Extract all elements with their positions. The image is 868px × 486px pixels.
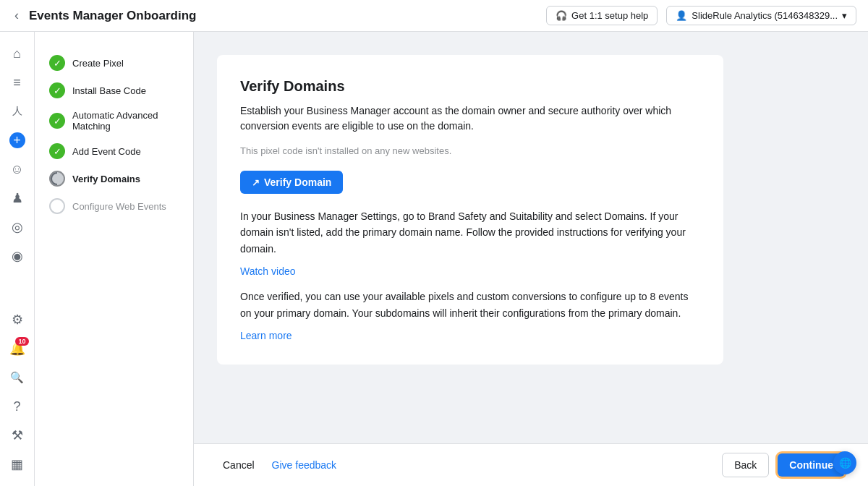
instructions-text: In your Business Manager Settings, go to… (240, 208, 700, 257)
content-footer: Cancel Give feedback Back Continue (194, 443, 868, 486)
step-label-install-base-code: Install Base Code (72, 85, 146, 96)
tools-icon: ⚒ (12, 427, 23, 443)
nav-help[interactable]: ? (4, 393, 30, 419)
nav-tools[interactable]: ⚒ (4, 422, 30, 448)
checkmark-icon: ✓ (54, 85, 61, 96)
step-verify-domains[interactable]: Verify Domains (46, 165, 182, 192)
settings-icon: ⚙ (12, 312, 23, 328)
back-icon: ‹ (14, 8, 19, 23)
watch-video-link[interactable]: Watch video (240, 265, 700, 277)
back-button[interactable]: ‹ (12, 5, 22, 26)
account-button[interactable]: 👤 SlideRule Analytics (5146348329... ▾ (666, 6, 856, 25)
step-icon-configure-web-events (49, 198, 65, 214)
help-label: Get 1:1 setup help (571, 10, 648, 21)
step-icon-verify-domains (49, 171, 65, 187)
checkmark-icon: ✓ (54, 116, 61, 127)
account-label: SlideRule Analytics (5146348329... (692, 10, 838, 21)
people-icon: 人 (12, 105, 22, 118)
header-right: 🎧 Get 1:1 setup help 👤 SlideRule Analyti… (546, 6, 856, 25)
step-label-verify-domains: Verify Domains (72, 174, 140, 184)
nav-home[interactable]: ⌂ (4, 40, 30, 67)
step-label-automatic-advanced-matching: Automatic Advanced Matching (72, 110, 179, 132)
step-icon-automatic-advanced-matching: ✓ (49, 113, 65, 129)
step-install-base-code[interactable]: ✓ Install Base Code (46, 77, 182, 104)
verify-title: Verify Domains (240, 78, 700, 95)
main-content: Verify Domains Establish your Business M… (194, 32, 868, 486)
menu-icon: ≡ (13, 75, 21, 90)
nav-notifications[interactable]: 🔔 10 (4, 336, 30, 362)
footer-right: Back Continue (722, 453, 845, 477)
step-icon-install-base-code: ✓ (49, 82, 65, 98)
step-add-event-code[interactable]: ✓ Add Event Code (46, 137, 182, 165)
once-verified-text: Once verified, you can use your availabl… (240, 289, 700, 321)
nav-menu[interactable]: ≡ (4, 69, 30, 95)
content-body: Verify Domains Establish your Business M… (194, 32, 868, 443)
learn-more-link[interactable]: Learn more (240, 330, 292, 341)
notification-badge: 10 (15, 337, 28, 346)
account-icon: 👤 (676, 10, 687, 21)
globe-icon: 🌐 (839, 457, 851, 469)
step-configure-web-events[interactable]: Configure Web Events (46, 192, 182, 220)
steps-panel: ✓ Create Pixel ✓ Install Base Code ✓ Aut… (35, 32, 194, 486)
search-icon: 🔍 (10, 371, 24, 384)
cancel-button[interactable]: Cancel (217, 453, 260, 477)
person-icon: ☺ (10, 162, 23, 177)
nav-table[interactable]: ▦ (4, 451, 30, 477)
back-footer-button[interactable]: Back (722, 453, 769, 477)
nav-chart[interactable]: ◎ (4, 214, 30, 240)
step-label-configure-web-events: Configure Web Events (72, 201, 166, 212)
step-label-create-pixel: Create Pixel (72, 58, 124, 69)
nav-eye[interactable]: ◉ (4, 243, 30, 269)
verify-description: Establish your Business Manager account … (240, 103, 700, 134)
top-header: ‹ Events Manager Onboarding 🎧 Get 1:1 se… (0, 0, 868, 32)
nav-search[interactable]: 🔍 (4, 364, 30, 391)
verify-domain-label: Verify Domain (264, 176, 331, 188)
global-help-button[interactable]: 🌐 (833, 451, 856, 474)
page-title: Events Manager Onboarding (29, 9, 196, 23)
step-automatic-advanced-matching[interactable]: ✓ Automatic Advanced Matching (46, 104, 182, 137)
nav-people[interactable]: 人 (4, 98, 30, 124)
table-icon: ▦ (11, 456, 23, 472)
headset-icon: 🎧 (556, 10, 567, 21)
nav-settings[interactable]: ⚙ (4, 307, 30, 333)
eye-icon: ◉ (12, 248, 23, 264)
footer-left: Cancel Give feedback (217, 453, 336, 477)
main-layout: ⌂ ≡ 人 + ☺ ♟ ◎ ◉ ⚙ 🔔 10 🔍 (0, 32, 868, 486)
chart-icon: ◎ (12, 219, 23, 235)
half-circle-icon (51, 172, 57, 185)
nav-person[interactable]: ☺ (4, 156, 30, 182)
checkmark-icon: ✓ (54, 146, 61, 157)
verify-domain-button[interactable]: ↗ Verify Domain (240, 171, 343, 194)
header-left: ‹ Events Manager Onboarding (12, 5, 196, 26)
external-link-icon: ↗ (252, 177, 260, 188)
give-feedback-link[interactable]: Give feedback (272, 459, 337, 471)
pixel-notice: This pixel code isn't installed on any n… (240, 145, 700, 156)
add-icon: + (9, 132, 25, 148)
nav-person-outline[interactable]: ♟ (4, 185, 30, 211)
step-icon-add-event-code: ✓ (49, 143, 65, 159)
step-label-add-event-code: Add Event Code (72, 146, 141, 157)
left-nav: ⌂ ≡ 人 + ☺ ♟ ◎ ◉ ⚙ 🔔 10 🔍 (0, 32, 35, 486)
step-icon-create-pixel: ✓ (49, 55, 65, 71)
content-card: Verify Domains Establish your Business M… (217, 55, 723, 364)
chevron-down-icon: ▾ (842, 10, 847, 21)
help-icon: ? (13, 399, 20, 414)
help-button[interactable]: 🎧 Get 1:1 setup help (546, 6, 658, 25)
checkmark-icon: ✓ (54, 58, 61, 69)
step-create-pixel[interactable]: ✓ Create Pixel (46, 49, 182, 77)
person-outline-icon: ♟ (12, 190, 23, 206)
home-icon: ⌂ (13, 46, 21, 61)
nav-add[interactable]: + (4, 127, 30, 153)
